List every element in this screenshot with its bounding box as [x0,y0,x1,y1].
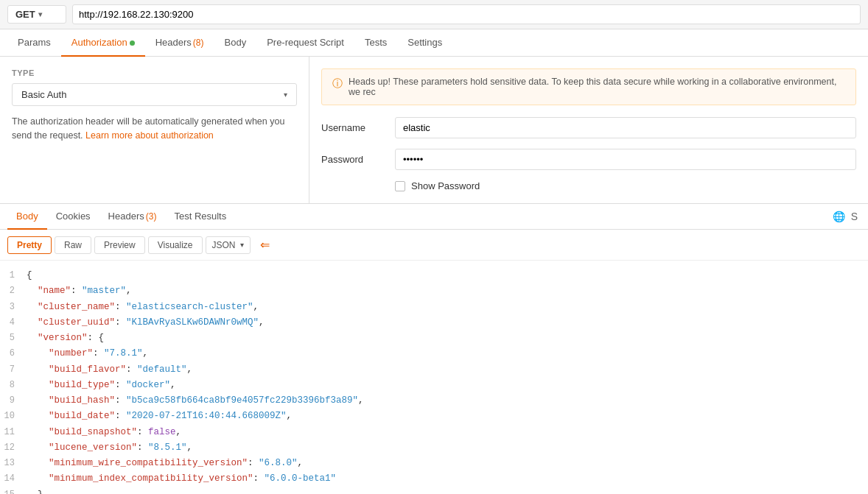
code-token-plain: , [187,442,193,453]
auth-fields: Username Password Show Password [321,117,856,191]
code-token-str: "6.8.0" [259,458,298,468]
headers-badge: (8) [193,38,204,48]
settings-icon[interactable]: S [851,211,858,222]
show-password-checkbox[interactable] [395,181,405,191]
code-area: 1{2 "name": "master",3 "cluster_name": "… [0,261,868,494]
line-number: 11 [0,425,27,440]
preview-button[interactable]: Preview [94,236,145,254]
line-content: "build_hash": "b5ca9c58fb664ca8bf9e4057f… [27,393,868,409]
wrap-button[interactable]: ⇐ [253,234,276,255]
line-content: "cluster_name": "elasticsearch-cluster", [27,300,868,315]
code-token-str: "7.8.1" [104,348,143,359]
code-token-key: "cluster_uuid" [27,317,115,328]
tab-settings[interactable]: Settings [397,29,452,57]
url-input[interactable] [72,4,861,24]
code-token-plain: , [358,395,364,406]
type-label: TYPE [12,68,297,77]
method-chevron: ▾ [38,10,42,18]
authorization-dot [130,40,135,46]
line-content: "name": "master", [27,283,868,299]
resp-tab-cookies[interactable]: Cookies [47,204,99,230]
code-token-plain: , [259,317,265,328]
code-line: 10 "build_date": "2020-07-21T16:40:44.66… [0,409,868,424]
code-line: 13 "minimum_wire_compatibility_version":… [0,456,868,471]
code-token-str: "default" [137,364,187,375]
auth-learn-more-link[interactable]: Learn more about authorization [85,130,214,141]
line-number: 10 [0,409,27,423]
format-label: JSON [212,240,236,250]
code-line: 2 "name": "master", [0,283,868,299]
tab-prerequest[interactable]: Pre-request Script [256,29,354,57]
code-token-key: "build_date" [27,411,115,421]
tab-body[interactable]: Body [214,29,257,57]
code-token-key: "build_hash" [27,395,115,406]
visualize-button[interactable]: Visualize [148,236,203,254]
line-content: { [27,268,868,283]
line-number: 13 [0,456,27,470]
line-content: "minimum_index_compatibility_version": "… [27,471,868,487]
code-token-plain: , [126,286,132,296]
tab-params[interactable]: Params [7,29,61,57]
tab-tests[interactable]: Tests [354,29,397,57]
code-token-str: "KlBAvRyaSLKw6DAWNr0wMQ" [126,317,259,328]
code-line: 9 "build_hash": "b5ca9c58fb664ca8bf9e405… [0,393,868,409]
warning-icon: ⓘ [332,77,343,91]
code-token-plain: : [115,302,126,312]
line-content: "version": { [27,331,868,346]
auth-right: ⓘ Heads up! These parameters hold sensit… [309,57,868,203]
warning-text: Heads up! These parameters hold sensitiv… [349,77,845,97]
line-number: 6 [0,346,27,361]
code-token-key: "build_snapshot" [27,427,137,437]
code-line: 6 "number": "7.8.1", [0,346,868,361]
format-chevron: ▾ [240,241,244,249]
response-toolbar: Pretty Raw Preview Visualize JSON ▾ ⇐ [0,230,868,261]
line-content: "build_date": "2020-07-21T16:40:44.66800… [27,409,868,424]
auth-panel: TYPE Basic Auth ▾ The authorization head… [0,57,868,204]
response-tabs: Body Cookies Headers(3) Test Results 🌐 S [0,204,868,230]
line-number: 2 [0,283,27,298]
code-token-plain: : [115,380,126,390]
line-number: 12 [0,440,27,455]
format-dropdown[interactable]: JSON ▾ [206,236,251,254]
password-field-row: Password [321,149,856,170]
code-line: 15 }, [0,487,868,495]
line-content: "lucene_version": "8.5.1", [27,440,868,456]
line-number: 14 [0,471,27,486]
line-content: }, [27,487,868,495]
line-content: "minimum_wire_compatibility_version": "6… [27,456,868,471]
type-select-dropdown[interactable]: Basic Auth ▾ [12,83,297,106]
line-number: 3 [0,300,27,314]
code-token-str: "2020-07-21T16:40:44.668009Z" [126,411,287,421]
code-token-key: "name" [27,286,71,296]
username-input[interactable] [395,117,856,138]
password-input[interactable] [395,149,856,170]
tab-authorization[interactable]: Authorization [61,29,145,57]
code-token-plain: : [137,427,148,437]
resp-tab-body[interactable]: Body [7,204,47,230]
code-token-key: "number" [27,348,93,359]
code-token-str: "elasticsearch-cluster" [126,302,253,312]
method-select[interactable]: GET ▾ [7,5,66,24]
line-number: 4 [0,315,27,330]
line-content: "number": "7.8.1", [27,346,868,361]
code-token-key: "minimum_wire_compatibility_version" [27,458,248,468]
pretty-button[interactable]: Pretty [7,236,52,254]
resp-tab-headers[interactable]: Headers(3) [99,204,166,230]
show-password-label[interactable]: Show Password [411,180,480,191]
code-token-plain: , [187,364,193,375]
code-token-plain: : { [88,333,105,343]
resp-tab-testresults[interactable]: Test Results [165,204,235,230]
type-value: Basic Auth [21,89,66,100]
line-number: 5 [0,331,27,345]
line-content: "build_type": "docker", [27,378,868,393]
code-token-plain: : [137,442,148,453]
code-token-key: "minimum_index_compatibility_version" [27,473,253,484]
code-token-plain: : [93,348,104,359]
tab-headers[interactable]: Headers(8) [145,29,214,57]
globe-icon[interactable]: 🌐 [833,211,845,222]
code-token-key: "cluster_name" [27,302,115,312]
code-line: 4 "cluster_uuid": "KlBAvRyaSLKw6DAWNr0wM… [0,315,868,331]
raw-button[interactable]: Raw [55,236,91,254]
warning-banner: ⓘ Heads up! These parameters hold sensit… [321,68,856,105]
code-token-plain: , [253,302,259,312]
